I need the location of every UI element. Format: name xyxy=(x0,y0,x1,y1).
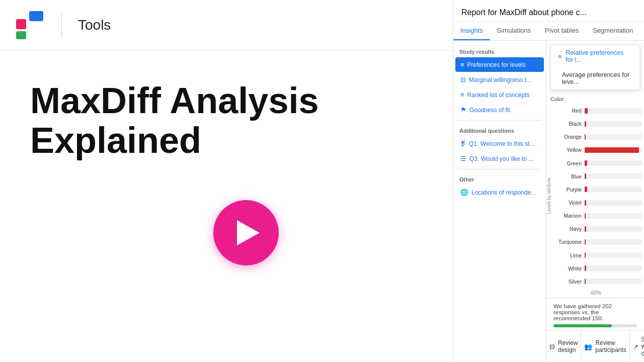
q3-icon: ☰ xyxy=(460,155,466,162)
logo-container: Tools xyxy=(15,10,111,40)
color-label: Turquoise xyxy=(555,239,585,245)
ranked-icon: ≡ xyxy=(460,91,464,99)
review-participants-button[interactable]: 👥 Review participants xyxy=(581,331,629,362)
color-label: Black xyxy=(555,121,585,127)
color-bar-bg xyxy=(585,226,642,232)
nav-q1-label: Q1: Welcome to this st... xyxy=(469,140,535,147)
nav-item-locations[interactable]: 🌐 Locations of responde... xyxy=(455,185,544,200)
nav-item-q3[interactable]: ☰ Q3: Would you like to ... xyxy=(455,151,544,166)
logo-text: Tools xyxy=(78,17,111,33)
color-bar-bg xyxy=(585,187,642,192)
bottom-actions: ⊟ Review design 👥 Review participants ↗ … xyxy=(546,330,644,362)
nav-divider-1 xyxy=(457,120,542,121)
other-label: Other xyxy=(453,172,546,185)
color-bar xyxy=(585,239,586,245)
goodness-icon: ⚑ xyxy=(460,106,466,114)
report-title: Report for MaxDiff about phone c... xyxy=(453,0,644,22)
main-content: MaxDiff AnalysisExplained xyxy=(0,51,453,362)
color-row: Turquoise xyxy=(555,237,642,246)
tab-segmentation[interactable]: Segmentation xyxy=(586,22,640,40)
color-label: Green xyxy=(555,160,585,166)
y-axis-label: Levels by attribute xyxy=(546,177,551,214)
color-bar xyxy=(585,121,586,127)
color-bar xyxy=(585,147,639,153)
color-bar-bg xyxy=(585,213,642,219)
nav-preferences-label: Preferences for levels xyxy=(467,61,526,68)
nav-ranked-label: Ranked list of concepts xyxy=(467,92,530,99)
color-row: Orange xyxy=(555,132,642,141)
color-bar xyxy=(585,213,586,219)
color-bar xyxy=(585,173,586,179)
dropdown-item-relative[interactable]: ≡ Relative preferences for l... xyxy=(551,45,639,67)
color-bar-bg xyxy=(585,173,642,179)
nav-item-marginal[interactable]: ⊟ Marginal willingness t... xyxy=(455,72,544,87)
color-label: White xyxy=(555,265,585,272)
x-axis-label: -60% xyxy=(546,289,644,298)
review-participants-label: Review participants xyxy=(595,339,626,353)
nav-item-preferences[interactable]: ≡ Preferences for levels xyxy=(455,57,544,72)
color-label: Silver xyxy=(555,279,585,285)
color-bar-bg xyxy=(585,265,642,271)
review-design-icon: ⊟ xyxy=(549,343,555,350)
study-results-label: Study results xyxy=(453,45,546,57)
color-bars: RedBlackOrangeYellowGreenBluePurpleViole… xyxy=(554,103,644,289)
panel-body: Study results ≡ Preferences for levels ⊟… xyxy=(453,41,644,362)
chart-area: ≡ Relative preferences for l... Average … xyxy=(546,41,644,362)
nav-item-q1[interactable]: ❡ Q1: Welcome to this st... xyxy=(455,136,544,151)
tab-insights[interactable]: Insights xyxy=(453,22,490,40)
color-row: Lime xyxy=(555,251,642,260)
color-row: Yellow xyxy=(555,145,642,154)
color-row: Violet xyxy=(555,198,642,207)
color-bar-bg xyxy=(585,160,642,166)
color-bar-bg xyxy=(585,108,642,114)
color-label: Orange xyxy=(555,134,585,140)
share-icon: ↗ xyxy=(633,343,638,350)
chart-section: Color: Levels by attribute RedBlackOrang… xyxy=(546,94,644,298)
progress-bar-bg xyxy=(553,324,637,327)
locations-icon: 🌐 xyxy=(460,189,468,196)
color-bar xyxy=(585,187,587,192)
color-bar xyxy=(585,265,586,271)
review-design-button[interactable]: ⊟ Review design xyxy=(546,331,581,362)
color-row: Maroon xyxy=(555,211,642,220)
play-icon xyxy=(237,220,260,245)
color-bar xyxy=(585,160,587,166)
tab-pivot[interactable]: Pivot tables xyxy=(538,22,586,40)
color-row: Red xyxy=(555,106,642,115)
status-text: We have gathered 202 responses vs. the r… xyxy=(553,303,612,321)
chart-title: Color: xyxy=(546,94,644,103)
color-bar-bg xyxy=(585,121,642,127)
hero-title: MaxDiff AnalysisExplained xyxy=(30,81,319,160)
marginal-icon: ⊟ xyxy=(460,76,466,83)
preferences-icon: ≡ xyxy=(460,61,464,68)
play-button[interactable] xyxy=(213,200,279,265)
nav-q3-label: Q3: Would you like to ... xyxy=(469,155,533,162)
tab-simulations[interactable]: Simulations xyxy=(490,22,538,40)
nav-divider-2 xyxy=(457,169,542,169)
nav-item-ranked[interactable]: ≡ Ranked list of concepts xyxy=(455,87,544,102)
color-label: Violet xyxy=(555,200,585,206)
additional-label: Additional questions xyxy=(453,124,546,136)
svg-rect-1 xyxy=(16,19,26,29)
color-bar xyxy=(585,108,588,114)
status-bar: We have gathered 202 responses vs. the r… xyxy=(546,298,644,330)
share-button[interactable]: ↗ Share with c... xyxy=(630,331,644,362)
color-row: White xyxy=(555,264,642,273)
dropdown-item-average[interactable]: Average preferences for leve... xyxy=(551,67,639,89)
nav-marginal-label: Marginal willingness t... xyxy=(469,76,531,83)
color-label: Navy xyxy=(555,226,585,232)
nav-locations-label: Locations of responde... xyxy=(471,189,536,196)
tabs-row: Insights Simulations Pivot tables Segmen… xyxy=(453,22,644,41)
color-row: Navy xyxy=(555,224,642,233)
color-bar-bg xyxy=(585,134,642,140)
color-row: Silver xyxy=(555,277,642,286)
nav-goodness-label: Goodness of fit xyxy=(469,107,510,114)
color-row: Black xyxy=(555,119,642,128)
nav-item-goodness[interactable]: ⚑ Goodness of fit xyxy=(455,103,544,117)
color-row: Blue xyxy=(555,172,642,181)
relative-icon: ≡ xyxy=(558,53,562,60)
right-panel: Report for MaxDiff about phone c... Insi… xyxy=(453,0,644,362)
svg-rect-0 xyxy=(29,11,43,21)
logo-divider xyxy=(61,13,62,38)
color-bar xyxy=(585,200,586,206)
